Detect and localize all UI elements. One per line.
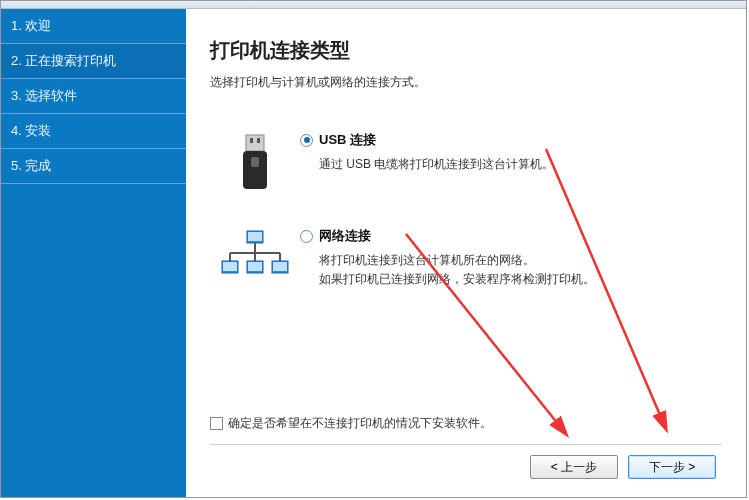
back-button[interactable]: < 上一步	[530, 455, 618, 479]
page-subtitle: 选择打印机与计算机或网络的连接方式。	[210, 74, 722, 91]
main-panel: 打印机连接类型 选择打印机与计算机或网络的连接方式。 USB 连接	[186, 9, 746, 497]
radio-network[interactable]: 网络连接	[300, 227, 722, 245]
sidebar-item-label: 1. 欢迎	[11, 18, 51, 33]
option-network-label: 网络连接	[319, 227, 371, 245]
checkbox-install-without-printer[interactable]: 确定是否希望在不连接打印机的情况下安装软件。	[210, 415, 722, 432]
sidebar-item-install: 4. 安装	[1, 114, 186, 149]
back-button-label: < 上一步	[551, 459, 597, 476]
usb-icon	[210, 131, 300, 193]
sidebar-item-label: 3. 选择软件	[11, 88, 77, 103]
sidebar-item-welcome: 1. 欢迎	[1, 9, 186, 44]
svg-rect-2	[257, 138, 260, 143]
option-usb-desc: 通过 USB 电缆将打印机连接到这台计算机。	[319, 155, 722, 174]
option-usb-label: USB 连接	[319, 131, 376, 149]
option-usb-text: USB 连接 通过 USB 电缆将打印机连接到这台计算机。	[300, 131, 722, 193]
radio-network-outer	[300, 230, 313, 243]
option-usb: USB 连接 通过 USB 电缆将打印机连接到这台计算机。	[210, 131, 722, 193]
spacer	[210, 323, 722, 415]
footer-divider	[210, 444, 722, 445]
radio-usb-outer	[300, 134, 313, 147]
checkbox-label: 确定是否希望在不连接打印机的情况下安装软件。	[228, 415, 492, 432]
radio-selected-dot	[304, 137, 310, 143]
sidebar-item-finish: 5. 完成	[1, 149, 186, 184]
next-button-label: 下一步 >	[649, 459, 695, 476]
page-title: 打印机连接类型	[210, 37, 722, 64]
sidebar-item-label: 2. 正在搜索打印机	[11, 53, 116, 68]
footer-buttons: < 上一步 下一步 >	[210, 453, 722, 485]
option-network: 网络连接 将打印机连接到这台计算机所在的网络。 如果打印机已连接到网络，安装程序…	[210, 227, 722, 289]
window-titlebar	[1, 1, 746, 9]
sidebar-item-select-software: 3. 选择软件	[1, 79, 186, 114]
option-network-desc: 将打印机连接到这台计算机所在的网络。 如果打印机已连接到网络，安装程序将检测打印…	[319, 251, 722, 289]
svg-rect-6	[248, 232, 262, 241]
wizard-sidebar: 1. 欢迎 2. 正在搜索打印机 3. 选择软件 4. 安装 5. 完成	[1, 9, 186, 497]
radio-usb[interactable]: USB 连接	[300, 131, 722, 149]
svg-rect-0	[246, 135, 264, 151]
option-network-desc-line1: 将打印机连接到这台计算机所在的网络。	[319, 253, 535, 267]
network-icon	[210, 227, 300, 289]
option-network-desc-line2: 如果打印机已连接到网络，安装程序将检测打印机。	[319, 272, 595, 286]
option-network-text: 网络连接 将打印机连接到这台计算机所在的网络。 如果打印机已连接到网络，安装程序…	[300, 227, 722, 289]
sidebar-item-label: 4. 安装	[11, 123, 51, 138]
svg-rect-13	[223, 262, 237, 271]
svg-rect-17	[273, 262, 287, 271]
svg-rect-3	[243, 151, 267, 189]
sidebar-item-label: 5. 完成	[11, 158, 51, 173]
svg-rect-4	[251, 157, 259, 167]
window-body: 1. 欢迎 2. 正在搜索打印机 3. 选择软件 4. 安装 5. 完成 打印机…	[1, 9, 746, 497]
svg-rect-15	[248, 262, 262, 271]
svg-rect-1	[250, 138, 253, 143]
sidebar-item-search: 2. 正在搜索打印机	[1, 44, 186, 79]
checkbox-box	[210, 417, 223, 430]
next-button[interactable]: 下一步 >	[628, 455, 716, 479]
installer-window: 1. 欢迎 2. 正在搜索打印机 3. 选择软件 4. 安装 5. 完成 打印机…	[0, 0, 747, 498]
